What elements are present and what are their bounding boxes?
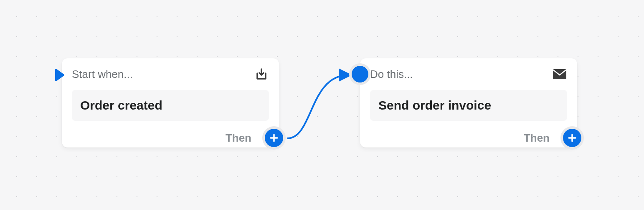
action-task-label: Send order invoice <box>378 98 491 112</box>
add-step-button[interactable] <box>265 129 283 147</box>
trigger-card[interactable]: Start when... Order created Then <box>62 58 279 148</box>
action-card-header: Do this... <box>370 67 567 82</box>
add-step-button[interactable] <box>563 129 581 147</box>
trigger-card-header: Start when... <box>72 67 269 82</box>
play-icon <box>54 68 66 82</box>
trigger-condition[interactable]: Order created <box>72 90 269 121</box>
trigger-card-footer: Then <box>72 128 279 148</box>
then-label: Then <box>226 132 251 145</box>
download-icon <box>254 67 269 82</box>
action-card[interactable]: Do this... Send order invoice Then <box>360 58 577 148</box>
then-label: Then <box>524 132 550 145</box>
trigger-header-label: Start when... <box>72 68 133 81</box>
action-task[interactable]: Send order invoice <box>370 90 567 121</box>
mail-icon <box>552 67 567 82</box>
workflow-canvas[interactable]: Start when... Order created Then <box>0 0 644 210</box>
trigger-condition-label: Order created <box>80 98 162 112</box>
action-card-footer: Then <box>370 128 577 148</box>
action-header-label: Do this... <box>370 68 413 81</box>
entry-dot-icon <box>352 66 368 82</box>
